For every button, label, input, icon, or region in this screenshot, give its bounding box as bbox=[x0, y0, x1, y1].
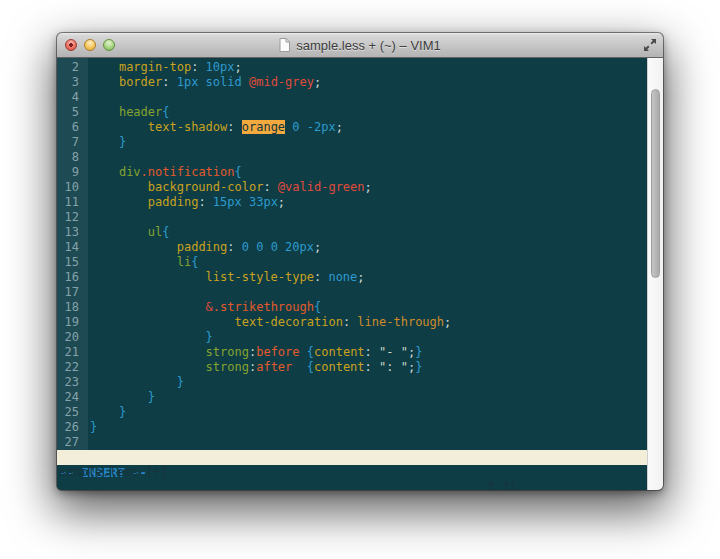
line-number: 21 bbox=[57, 345, 88, 360]
code-text[interactable]: padding: 0 0 0 20px; bbox=[88, 240, 321, 255]
code-text[interactable]: } bbox=[88, 405, 126, 420]
code-text[interactable] bbox=[88, 435, 90, 450]
title-bar[interactable]: sample.less + (~) – VIM1 bbox=[57, 33, 663, 58]
code-text[interactable]: border: 1px solid @mid-grey; bbox=[88, 75, 321, 90]
code-text[interactable]: strong:after {content: ": ";} bbox=[88, 360, 422, 375]
token-val: 10px bbox=[206, 60, 235, 74]
code-text[interactable]: } bbox=[88, 330, 213, 345]
code-line[interactable]: 26} bbox=[57, 420, 647, 435]
token-pun: ; bbox=[235, 60, 242, 74]
token-pun: : bbox=[263, 180, 277, 194]
token-ws bbox=[90, 240, 177, 254]
code-text[interactable]: } bbox=[88, 375, 184, 390]
code-line[interactable]: 25 } bbox=[57, 405, 647, 420]
traffic-lights bbox=[65, 33, 115, 57]
code-line[interactable]: 8 bbox=[57, 150, 647, 165]
code-line[interactable]: 5 header{ bbox=[57, 105, 647, 120]
code-line[interactable]: 17 bbox=[57, 285, 647, 300]
code-text[interactable]: list-style-type: none; bbox=[88, 270, 365, 285]
scrollbar-thumb[interactable] bbox=[651, 89, 660, 278]
token-ws bbox=[90, 315, 235, 329]
code-line[interactable]: 27 bbox=[57, 435, 647, 450]
token-prop: text-decoration bbox=[235, 315, 343, 329]
token-val: } bbox=[206, 330, 213, 344]
token-val: 15px 33px bbox=[213, 195, 278, 209]
code-text[interactable]: li{ bbox=[88, 255, 198, 270]
token-ws bbox=[90, 180, 148, 194]
code-area[interactable]: 2 margin-top: 10px;3 border: 1px solid @… bbox=[57, 58, 647, 450]
code-text[interactable] bbox=[88, 150, 90, 165]
token-pun: : bbox=[227, 240, 241, 254]
code-line[interactable]: 24 } bbox=[57, 390, 647, 405]
token-val: } bbox=[148, 390, 155, 404]
token-pun: ; bbox=[365, 180, 372, 194]
token-ws bbox=[292, 360, 306, 374]
code-line[interactable]: 9 div.notification{ bbox=[57, 165, 647, 180]
token-ws bbox=[90, 135, 119, 149]
token-val: { bbox=[162, 225, 169, 239]
code-text[interactable] bbox=[88, 210, 90, 225]
code-line[interactable]: 3 border: 1px solid @mid-grey; bbox=[57, 75, 647, 90]
code-text[interactable]: padding: 15px 33px; bbox=[88, 195, 285, 210]
code-text[interactable]: div.notification{ bbox=[88, 165, 242, 180]
code-text[interactable]: } bbox=[88, 420, 97, 435]
code-text[interactable] bbox=[88, 90, 90, 105]
token-pun: : bbox=[198, 195, 212, 209]
token-pun: ; bbox=[314, 75, 321, 89]
token-val: 0 0 0 20px bbox=[242, 240, 314, 254]
token-pun: ; bbox=[336, 120, 343, 134]
statusline-filename: sample.less [+] bbox=[59, 465, 167, 480]
token-ws bbox=[300, 345, 307, 359]
code-text[interactable]: text-decoration: line-through; bbox=[88, 315, 451, 330]
code-line[interactable]: 15 li{ bbox=[57, 255, 647, 270]
token-val: { bbox=[314, 300, 321, 314]
token-val: none bbox=[328, 270, 357, 284]
code-line[interactable]: 20 } bbox=[57, 330, 647, 345]
fullscreen-icon[interactable] bbox=[643, 38, 657, 52]
code-line[interactable]: 18 &.strikethrough{ bbox=[57, 300, 647, 315]
code-text[interactable]: text-shadow: orange 0 -2px; bbox=[88, 120, 343, 135]
code-line[interactable]: 10 background-color: @valid-green; bbox=[57, 180, 647, 195]
line-number: 2 bbox=[57, 60, 88, 75]
scrollbar-track[interactable] bbox=[647, 58, 663, 490]
statusline-ruler: 3,33 bbox=[487, 480, 516, 490]
token-prop: margin-top bbox=[119, 60, 191, 74]
code-text[interactable]: header{ bbox=[88, 105, 170, 120]
code-line[interactable]: 16 list-style-type: none; bbox=[57, 270, 647, 285]
code-line[interactable]: 4 bbox=[57, 90, 647, 105]
line-number: 13 bbox=[57, 225, 88, 240]
code-line[interactable]: 19 text-decoration: line-through; bbox=[57, 315, 647, 330]
code-line[interactable]: 22 strong:after {content: ": ";} bbox=[57, 360, 647, 375]
document-icon bbox=[279, 38, 290, 52]
code-line[interactable]: 21 strong:before {content: "- ";} bbox=[57, 345, 647, 360]
code-text[interactable]: margin-top: 10px; bbox=[88, 60, 242, 75]
window-title: sample.less + (~) – VIM1 bbox=[296, 38, 441, 53]
token-str: "- " bbox=[379, 345, 408, 359]
code-line[interactable]: 12 bbox=[57, 210, 647, 225]
code-text[interactable] bbox=[88, 285, 90, 300]
code-text[interactable]: } bbox=[88, 135, 126, 150]
token-ws bbox=[90, 120, 148, 134]
code-text[interactable]: ul{ bbox=[88, 225, 169, 240]
token-prop: background-color bbox=[148, 180, 264, 194]
zoom-button[interactable] bbox=[103, 39, 115, 51]
code-text[interactable]: } bbox=[88, 390, 155, 405]
code-line[interactable]: 6 text-shadow: orange 0 -2px; bbox=[57, 120, 647, 135]
code-text[interactable]: background-color: @valid-green; bbox=[88, 180, 372, 195]
code-text[interactable]: strong:before {content: "- ";} bbox=[88, 345, 422, 360]
token-cls: .notification bbox=[141, 165, 235, 179]
minimize-button[interactable] bbox=[84, 39, 96, 51]
token-prop: padding bbox=[177, 240, 228, 254]
code-line[interactable]: 11 padding: 15px 33px; bbox=[57, 195, 647, 210]
token-val: 1px solid bbox=[177, 75, 249, 89]
line-number: 6 bbox=[57, 120, 88, 135]
code-line[interactable]: 14 padding: 0 0 0 20px; bbox=[57, 240, 647, 255]
code-line[interactable]: 23 } bbox=[57, 375, 647, 390]
line-number: 5 bbox=[57, 105, 88, 120]
close-button[interactable] bbox=[65, 39, 77, 51]
code-line[interactable]: 13 ul{ bbox=[57, 225, 647, 240]
code-text[interactable]: &.strikethrough{ bbox=[88, 300, 321, 315]
code-line[interactable]: 2 margin-top: 10px; bbox=[57, 60, 647, 75]
token-ws bbox=[90, 225, 148, 239]
code-line[interactable]: 7 } bbox=[57, 135, 647, 150]
